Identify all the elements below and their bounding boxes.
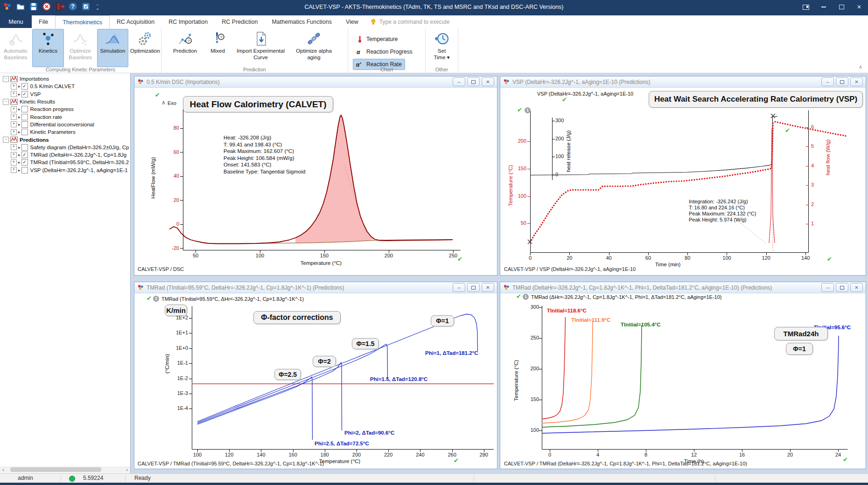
tree-item-9[interactable]: +▸Safety diagram (DeltaHr=-326.2±0J/g, C… (0, 144, 130, 151)
maximize-button[interactable] (836, 2, 847, 12)
window-vsp-titlebar[interactable]: VSP (DeltaHr=-326.2Jg^-1, aAging=1E-10 (… (500, 76, 866, 88)
y-tick-marks (527, 141, 530, 224)
open-file-icon[interactable] (16, 2, 25, 11)
minimize-button[interactable]: – (821, 283, 834, 292)
item-checkbox[interactable]: ✓ (21, 152, 28, 158)
tab-view[interactable]: View (339, 15, 365, 28)
ribbon-button-mixed[interactable]: ?Mixed (202, 29, 234, 67)
tree-item-4[interactable]: +▸Reaction progress (0, 105, 130, 113)
tmrad-24h-chart-area[interactable] (500, 293, 866, 469)
restore-button[interactable] (467, 77, 480, 86)
tree-item-1[interactable]: +▸✓0.5 K/min CALVET (0, 83, 130, 90)
ribbon-button-set-time[interactable]: Set Time ▾ (426, 29, 458, 67)
tab-rc-prediction[interactable]: RC Prediction (215, 15, 265, 28)
tree-item-11[interactable]: +▸✓TMRad (TInitial=95.59°C, DeltaHr=-326… (0, 159, 130, 166)
tree-item-2[interactable]: +▸✓VSP (0, 90, 130, 98)
vsp-chart-area[interactable] (500, 88, 866, 275)
scroll-right-icon[interactable]: › (124, 466, 130, 473)
ribbon-button-optimization[interactable]: Optimization (129, 29, 161, 67)
close-button[interactable]: ✕ (850, 77, 863, 86)
tree-item-3[interactable]: -Kinetic Results (0, 98, 130, 105)
abort-icon[interactable] (42, 2, 51, 11)
minimize-button[interactable]: – (453, 283, 465, 292)
exit-icon[interactable] (55, 2, 64, 11)
expander-icon[interactable]: + (11, 152, 17, 158)
expander-icon[interactable]: + (11, 91, 17, 97)
expander-icon[interactable]: + (11, 83, 17, 90)
item-checkbox[interactable]: ✓ (21, 159, 28, 166)
tree-item-6[interactable]: +▸Differential isoconversional (0, 121, 130, 128)
ribbon-collapse-icon[interactable]: ∧ (859, 64, 862, 70)
ribbon-button-temperature[interactable]: Temperature (353, 34, 401, 45)
close-button[interactable]: ✕ (850, 283, 863, 292)
expander-icon[interactable]: + (11, 167, 17, 173)
window-tmrad-phi-titlebar[interactable]: TMRad (TInitial=95.59°C, DeltaHr=-326.2J… (134, 282, 497, 293)
dsc-chart-area[interactable] (134, 88, 497, 275)
minimize-button[interactable]: – (453, 77, 465, 86)
expander-icon[interactable]: + (11, 114, 17, 120)
tree-item-8[interactable]: -Predictions (0, 136, 130, 143)
tree-item-0[interactable]: -Importations (0, 75, 130, 83)
tab-mathematics-functions[interactable]: Mathematics Functions (265, 15, 339, 28)
pin-panel-icon[interactable] (801, 2, 811, 12)
item-checkbox[interactable] (21, 114, 28, 120)
expander-icon[interactable]: - (3, 76, 9, 82)
tree-hscrollbar[interactable]: ‹ › (0, 466, 130, 473)
scroll-left-icon[interactable]: ‹ (0, 466, 7, 473)
ribbon-button-import-experimental-curve[interactable]: Import Experimental Curve (235, 29, 287, 67)
expander-icon[interactable]: + (11, 144, 17, 150)
ribbon-button-kinetics[interactable]: Kinetics (32, 29, 63, 67)
tab-thermokinetics[interactable]: Thermokinetics (55, 15, 110, 28)
tab-file[interactable]: File (32, 15, 55, 28)
tree-item-12[interactable]: +▸VSP (DeltaHr=-326.2Jg^-1, aAging=1E-1 (0, 166, 130, 174)
close-button[interactable]: ✕ (482, 77, 494, 86)
close-button[interactable]: ✕ (482, 283, 494, 292)
vsp-footer: CALVET-VSP / VSP (DeltaHr=-326.2Jg^-1, a… (504, 266, 636, 272)
prediction-icon: ? (178, 31, 193, 46)
app-titlebar[interactable]: ? –⌄ CALVET-VSP - AKTS-Thermokinetics (T… (0, 0, 868, 15)
expander-icon[interactable]: + (11, 106, 17, 112)
app-window-icon[interactable] (81, 2, 91, 11)
window-dsc-titlebar[interactable]: 0.5 K/min DSC (Importations) – ✕ (134, 76, 497, 88)
ribbon-button-optimize-alpha-aging[interactable]: Optimize alpha aging (288, 29, 340, 67)
ribbon-button-prediction[interactable]: ?Prediction (169, 29, 201, 67)
item-checkbox[interactable]: ✓ (21, 83, 28, 90)
tab-rc-acquisition[interactable]: RC Acquisition (110, 15, 161, 28)
tree-item-10[interactable]: +▸✓TMRad (DeltaHr=-326.2Jg^-1, Cp=1.8Jg (0, 151, 130, 159)
restore-button[interactable] (467, 283, 480, 292)
ribbon-button-automatic-baselines[interactable]: Automatic Baselines (0, 29, 31, 67)
restore-button[interactable] (836, 77, 848, 86)
tree-item-7[interactable]: +▸Kinetic Parameters (0, 128, 130, 136)
tmrad-24h-legend: TMRad (ΔHr=-326.2Jg^-1, Cp=1.8Jg^-1K^-1,… (531, 294, 721, 300)
scrollbar-thumb[interactable] (10, 467, 101, 472)
expander-icon[interactable]: + (11, 159, 17, 166)
help-icon[interactable]: ? (68, 2, 77, 11)
expander-icon[interactable]: - (3, 137, 9, 143)
close-button[interactable]: ✕ (854, 2, 864, 12)
tree-item-5[interactable]: +▸Reaction rate (0, 113, 130, 120)
ribbon-button-optimize-baselines[interactable]: Optimize Baselines (65, 29, 96, 67)
item-checkbox[interactable] (21, 106, 28, 112)
minimize-button[interactable]: – (821, 77, 834, 86)
ribbon-button-reaction-progress[interactable]: αReaction Progress (353, 46, 416, 57)
item-checkbox[interactable] (21, 121, 28, 128)
tree-item-label: VSP (30, 91, 41, 97)
tab-rc-importation[interactable]: RC Importation (161, 15, 215, 28)
item-checkbox[interactable] (21, 144, 28, 151)
curve-number-badge: 2 (153, 296, 159, 302)
restore-button[interactable] (836, 283, 848, 292)
window-icon (137, 284, 144, 291)
item-checkbox[interactable] (21, 129, 28, 135)
expander-icon[interactable]: + (11, 129, 17, 135)
window-tmrad-24h-titlebar[interactable]: TMRad (DeltaHr=-326.2Jg^-1, Cp=1.8Jg^-1K… (500, 282, 866, 293)
qat-overflow-icon[interactable]: –⌄ (94, 3, 101, 10)
item-checkbox[interactable] (21, 167, 28, 173)
command-input[interactable]: Type a command to execute (377, 15, 450, 28)
tab-menu[interactable]: Menu (0, 15, 32, 28)
minimize-button[interactable] (819, 2, 829, 12)
ribbon-button-simulation[interactable]: Simulation (97, 29, 128, 67)
save-icon[interactable] (29, 2, 38, 11)
expander-icon[interactable]: - (3, 99, 9, 105)
item-checkbox[interactable]: ✓ (21, 91, 28, 97)
expander-icon[interactable]: + (11, 121, 17, 127)
